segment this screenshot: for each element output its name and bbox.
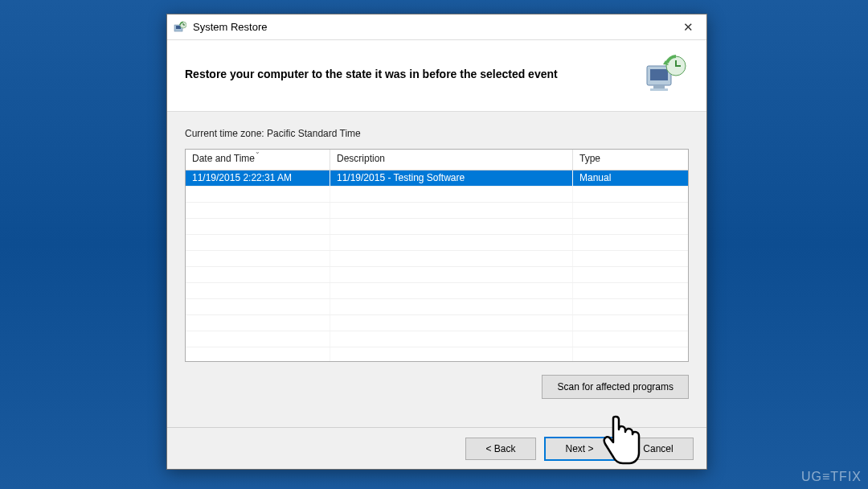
table-row[interactable] [186,267,688,283]
dialog-footer: < Back Next > Cancel [167,427,706,469]
column-type[interactable]: Type [573,150,688,170]
column-description-label: Description [337,153,385,164]
next-button[interactable]: Next > [544,437,615,461]
restore-points-table: ⌄ Date and Time Description Type 11/19/2… [185,149,689,362]
dialog-heading: Restore your computer to the state it wa… [185,68,558,80]
titlebar: System Restore ✕ [167,14,706,40]
cell-type: Manual [573,171,688,186]
column-date-time[interactable]: ⌄ Date and Time [186,150,330,170]
svg-rect-6 [653,85,665,88]
svg-rect-7 [650,88,668,91]
cell-description: 11/19/2015 - Testing Software [330,171,573,186]
back-button[interactable]: < Back [465,438,536,460]
table-row[interactable] [186,331,688,347]
table-row[interactable] [186,299,688,315]
dialog-header: Restore your computer to the state it wa… [167,40,706,112]
table-body: 11/19/2015 2:22:31 AM 11/19/2015 - Testi… [186,171,688,362]
sort-descending-icon: ⌄ [255,149,260,155]
table-row[interactable] [186,251,688,267]
table-row[interactable] [186,347,688,362]
close-button[interactable]: ✕ [669,14,706,40]
table-header: ⌄ Date and Time Description Type [186,150,688,171]
table-row[interactable] [186,283,688,299]
dialog-content: Current time zone: Pacific Standard Time… [167,112,706,407]
column-description[interactable]: Description [330,150,573,170]
table-row[interactable] [186,235,688,251]
svg-rect-5 [650,69,668,80]
scan-affected-programs-button[interactable]: Scan for affected programs [542,375,689,399]
system-restore-icon [174,21,186,34]
timezone-label: Current time zone: Pacific Standard Time [185,128,689,139]
cancel-button[interactable]: Cancel [623,438,694,460]
column-type-label: Type [579,153,600,164]
column-date-time-label: Date and Time [192,153,255,164]
system-restore-dialog: System Restore ✕ Restore your computer t… [166,14,707,470]
scan-row: Scan for affected programs [185,375,689,399]
watermark: UG≡TFIX [801,470,862,484]
table-row[interactable]: 11/19/2015 2:22:31 AM 11/19/2015 - Testi… [186,171,688,187]
table-row[interactable] [186,219,688,235]
cell-date: 11/19/2015 2:22:31 AM [186,171,330,186]
table-row[interactable] [186,187,688,203]
system-restore-large-icon [644,55,689,93]
table-row[interactable] [186,203,688,219]
table-row[interactable] [186,315,688,331]
window-title: System Restore [193,21,669,33]
